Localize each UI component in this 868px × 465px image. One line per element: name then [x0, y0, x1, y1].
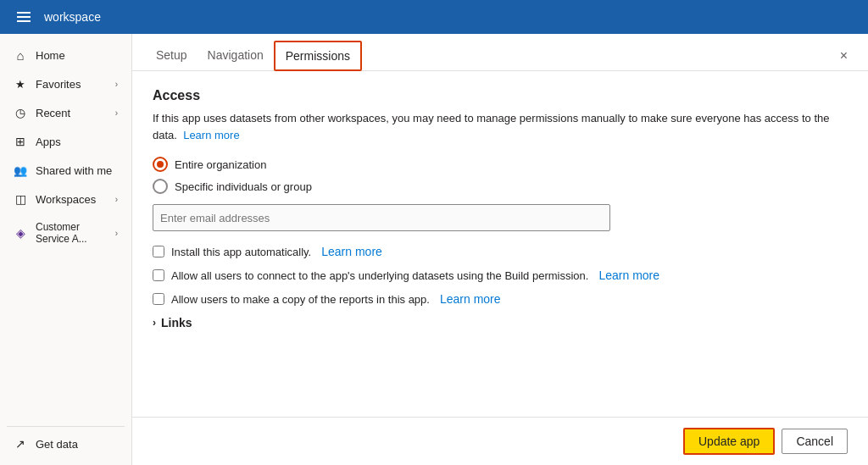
info-text-content: If this app uses datasets from other wor… [153, 112, 829, 141]
sidebar-bottom: Get data [0, 423, 131, 458]
learn-more-link-1[interactable]: Learn more [183, 129, 239, 141]
chevron-icon: › [115, 108, 118, 118]
sidebar-item-label: Get data [36, 438, 78, 451]
sidebar-item-recent[interactable]: Recent › [3, 99, 128, 126]
favorites-icon [14, 77, 27, 91]
sidebar-item-label: Favorites [36, 78, 81, 91]
access-info: If this app uses datasets from other wor… [153, 110, 848, 143]
sidebar-item-label: Customer Service A... [36, 221, 107, 245]
tabs-bar: Setup Navigation Permissions × [132, 34, 868, 71]
radio-entire-org[interactable]: Entire organization [153, 157, 848, 172]
getdata-icon [14, 437, 27, 451]
workspaces-icon [14, 192, 27, 206]
panel-content: Access If this app uses datasets from ot… [132, 71, 868, 417]
footer: Update app Cancel [132, 417, 868, 465]
sidebar-item-label: Shared with me [36, 164, 112, 177]
apps-icon [14, 135, 27, 148]
links-label: Links [161, 316, 192, 329]
update-app-button[interactable]: Update app [683, 428, 775, 455]
links-chevron-icon: › [153, 317, 156, 329]
checkbox-build-input[interactable] [153, 269, 164, 281]
sidebar-item-apps[interactable]: Apps [3, 128, 128, 155]
content-area: Setup Navigation Permissions × Access If… [132, 34, 868, 465]
checkbox-install-input[interactable] [153, 246, 164, 257]
hamburger-menu[interactable] [14, 8, 34, 25]
tab-navigation[interactable]: Navigation [198, 42, 274, 70]
sidebar-item-label: Apps [36, 136, 61, 148]
sidebar-divider [7, 426, 125, 427]
sidebar-item-label: Workspaces [36, 193, 96, 206]
checkbox-build: Allow all users to connect to the app's … [153, 268, 848, 282]
top-header: workspace [0, 0, 868, 34]
radio-selected-indicator [153, 157, 168, 172]
radio-selected-inner [157, 161, 164, 168]
sidebar-item-workspaces[interactable]: Workspaces › [3, 185, 128, 213]
radio-specific[interactable]: Specific individuals or group [153, 179, 848, 194]
customer-icon [14, 226, 27, 240]
links-section: › Links [153, 316, 848, 329]
sidebar-item-getdata[interactable]: Get data [3, 430, 128, 457]
sidebar-item-customer[interactable]: Customer Service A... › [3, 214, 128, 252]
close-button[interactable]: × [833, 45, 854, 67]
checkbox-copy: Allow users to make a copy of the report… [153, 292, 848, 306]
access-radio-group: Entire organization Specific individuals… [153, 157, 848, 194]
checkbox-install-label: Install this app automatically. [171, 246, 311, 258]
tab-setup[interactable]: Setup [146, 42, 198, 70]
learn-more-link-3[interactable]: Learn more [598, 268, 659, 282]
checkbox-copy-input[interactable] [153, 293, 164, 305]
tab-permissions[interactable]: Permissions [274, 41, 362, 71]
shared-icon [14, 163, 27, 177]
chevron-icon: › [115, 229, 118, 238]
main-layout: Home Favorites › Recent › Apps Shared wi… [0, 34, 868, 465]
chevron-icon: › [115, 195, 118, 204]
radio-unselected-indicator [153, 179, 168, 194]
workspace-title: workspace [44, 10, 101, 24]
access-title: Access [153, 88, 848, 103]
sidebar-item-home[interactable]: Home [3, 42, 128, 69]
home-icon [14, 48, 27, 62]
checkbox-group: Install this app automatically. Learn mo… [153, 245, 848, 306]
cancel-button[interactable]: Cancel [782, 429, 848, 454]
radio-specific-label: Specific individuals or group [175, 180, 312, 193]
recent-icon [14, 106, 27, 119]
learn-more-link-4[interactable]: Learn more [440, 292, 501, 306]
chevron-icon: › [115, 80, 118, 89]
sidebar: Home Favorites › Recent › Apps Shared wi… [0, 34, 132, 465]
sidebar-item-label: Home [36, 49, 65, 62]
email-input[interactable] [153, 204, 610, 231]
links-header[interactable]: › Links [153, 316, 848, 329]
radio-entire-org-label: Entire organization [175, 158, 266, 171]
checkbox-copy-label: Allow users to make a copy of the report… [171, 293, 430, 306]
sidebar-item-favorites[interactable]: Favorites › [3, 70, 128, 97]
checkbox-install: Install this app automatically. Learn mo… [153, 245, 848, 258]
checkbox-build-label: Allow all users to connect to the app's … [171, 269, 588, 282]
sidebar-item-shared[interactable]: Shared with me [3, 157, 128, 184]
learn-more-link-2[interactable]: Learn more [321, 245, 382, 258]
sidebar-item-label: Recent [36, 107, 70, 119]
